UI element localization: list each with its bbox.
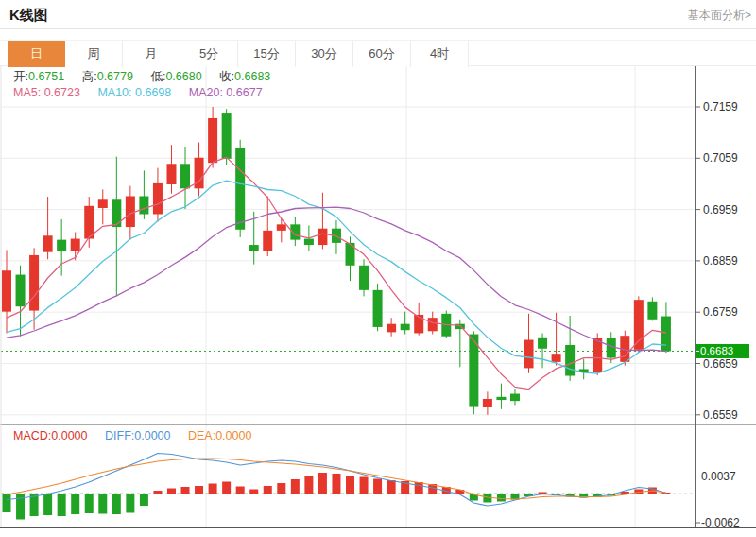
ohlc-legend: 开:0.6751 高:0.6779 低:0.6680 收:0.6683 xyxy=(13,69,284,85)
ma10-value: 0.6698 xyxy=(135,86,171,99)
tab-5min[interactable]: 5分 xyxy=(180,41,238,67)
ma20-label: MA20: xyxy=(189,86,223,99)
price-tick-label: 0.6959 xyxy=(703,203,738,217)
price-tick-label: 0.6859 xyxy=(703,254,738,268)
price-axis-labels: 0.71590.70590.69590.68590.67590.66590.65… xyxy=(696,100,739,422)
macd-axis-labels: 0.0037-0.0062 xyxy=(696,470,741,530)
dea-label: DEA: xyxy=(188,429,215,442)
macd-tick-label: 0.0037 xyxy=(701,470,736,483)
dea-value: 0.0000 xyxy=(215,429,251,442)
macd-legend: MACD:0.0000 DIFF:0.0000 DEA:0.0000 xyxy=(13,429,266,442)
tab-day[interactable]: 日 xyxy=(8,41,65,67)
kline-chart[interactable]: 0.71590.70590.69590.68590.67590.66590.65… xyxy=(0,66,756,537)
open-label: 开: xyxy=(13,70,28,83)
price-tick-label: 0.6559 xyxy=(703,408,738,422)
tab-30min[interactable]: 30分 xyxy=(296,41,353,67)
price-tick-label: 0.6759 xyxy=(703,305,738,319)
tab-4hour[interactable]: 4时 xyxy=(411,41,469,67)
low-label: 低: xyxy=(150,70,165,83)
high-label: 高: xyxy=(82,70,97,83)
open-value: 0.6751 xyxy=(28,70,64,83)
ma-legend: MA5: 0.6723 MA10: 0.6698 MA20: 0.6677 xyxy=(13,86,277,99)
fundamental-analysis-link[interactable]: 基本面分析> xyxy=(688,8,751,24)
tab-week[interactable]: 周 xyxy=(65,41,123,67)
header-divider xyxy=(0,28,756,29)
ma20-value: 0.6677 xyxy=(226,86,262,99)
macd-value: 0.0000 xyxy=(51,429,87,442)
high-value: 0.6779 xyxy=(97,70,133,83)
macd-label: MACD: xyxy=(13,429,51,442)
diff-value: 0.0000 xyxy=(134,429,170,442)
ma5-label: MA5: xyxy=(13,86,41,99)
page-title: K线图 xyxy=(9,7,48,25)
current-price-value: 0.6683 xyxy=(700,345,733,356)
close-label: 收: xyxy=(219,70,234,83)
price-tick-label: 0.7159 xyxy=(703,100,738,113)
tab-month[interactable]: 月 xyxy=(123,41,180,67)
tab-15min[interactable]: 15分 xyxy=(238,41,296,67)
price-tick-label: 0.6659 xyxy=(703,357,738,371)
current-price-badge: 0.6683 xyxy=(696,344,749,358)
tab-60min[interactable]: 60分 xyxy=(353,41,411,67)
macd-tick-label: -0.0062 xyxy=(701,516,740,529)
close-value: 0.6683 xyxy=(234,70,270,83)
low-value: 0.6680 xyxy=(165,70,201,83)
diff-label: DIFF: xyxy=(105,429,134,442)
ma10-label: MA10: xyxy=(97,86,131,99)
price-tick-label: 0.7059 xyxy=(703,151,738,165)
grid-layer xyxy=(1,66,696,528)
timeframe-tabs: 日周月5分15分30分60分4时 xyxy=(0,40,756,66)
ma5-value: 0.6723 xyxy=(44,86,80,99)
